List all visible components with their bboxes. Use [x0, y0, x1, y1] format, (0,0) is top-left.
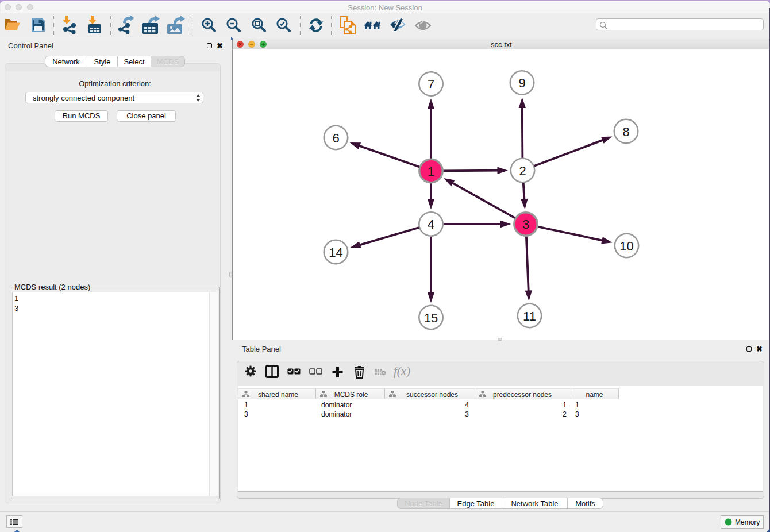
- svg-text:14: 14: [329, 245, 342, 260]
- svg-text:10: 10: [619, 239, 633, 253]
- svg-text:8: 8: [622, 125, 629, 139]
- svg-text:1: 1: [428, 164, 434, 179]
- svg-text:6: 6: [332, 131, 339, 145]
- svg-text:11: 11: [523, 309, 536, 323]
- svg-text:4: 4: [428, 217, 434, 232]
- svg-text:9: 9: [518, 76, 525, 90]
- svg-text:3: 3: [522, 217, 529, 232]
- svg-text:15: 15: [424, 311, 438, 325]
- svg-text:7: 7: [428, 77, 434, 91]
- svg-text:2: 2: [519, 164, 526, 178]
